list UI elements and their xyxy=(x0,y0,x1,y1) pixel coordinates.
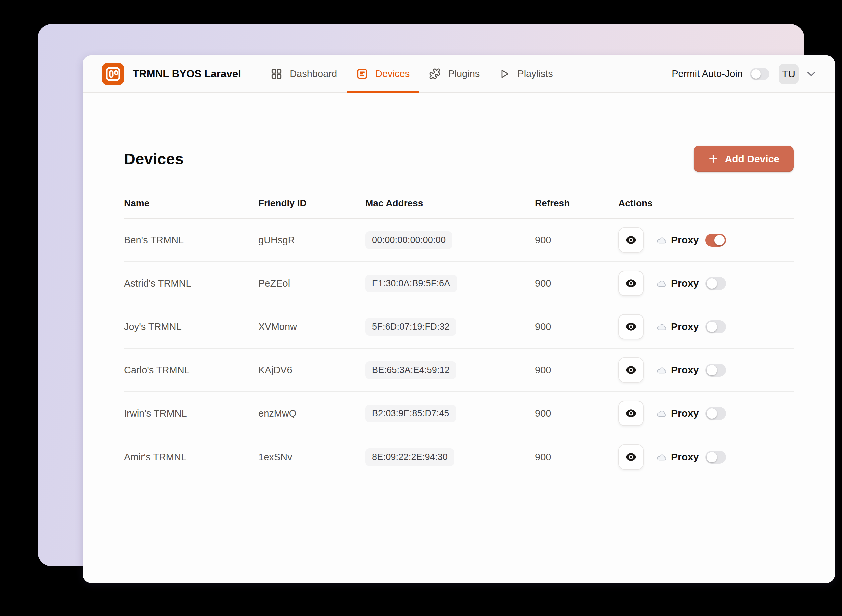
toggle-knob xyxy=(714,235,725,245)
device-friendly-id: XVMonw xyxy=(258,321,365,332)
table-row: Astrid's TRMNL PeZEol E1:30:0A:B9:5F:6A … xyxy=(124,262,794,305)
device-actions: Proxy xyxy=(618,227,794,253)
play-icon xyxy=(499,68,510,79)
mac-address-badge: BE:65:3A:E4:59:12 xyxy=(365,361,456,379)
app-bar: TRMNL BYOS Laravel Dashboard Devices xyxy=(83,55,835,93)
cloud-icon xyxy=(656,366,667,374)
trmnl-logo-icon xyxy=(102,63,124,85)
device-name: Amir's TRMNL xyxy=(124,452,258,463)
proxy-toggle[interactable] xyxy=(705,407,726,420)
toggle-knob xyxy=(751,69,761,79)
device-name: Ben's TRMNL xyxy=(124,235,258,246)
chevron-down-icon[interactable] xyxy=(807,71,816,77)
table-row: Ben's TRMNL gUHsgR 00:00:00:00:00:00 900… xyxy=(124,219,794,262)
proxy-toggle[interactable] xyxy=(705,234,726,247)
proxy-group: Proxy xyxy=(656,451,726,463)
proxy-label: Proxy xyxy=(671,451,699,463)
device-refresh: 900 xyxy=(535,408,618,419)
proxy-toggle[interactable] xyxy=(705,277,726,290)
mac-address-badge: 8E:09:22:2E:94:30 xyxy=(365,448,454,466)
proxy-label: Proxy xyxy=(671,321,699,332)
proxy-label: Proxy xyxy=(671,278,699,289)
view-device-button[interactable] xyxy=(618,314,644,339)
list-icon xyxy=(356,68,368,80)
eye-icon xyxy=(625,277,637,290)
view-device-button[interactable] xyxy=(618,227,644,253)
table-header-row: Name Friendly ID Mac Address Refresh Act… xyxy=(124,198,794,219)
tab-label: Plugins xyxy=(448,68,480,79)
cloud-icon xyxy=(656,279,667,287)
device-refresh: 900 xyxy=(535,365,618,375)
add-device-label: Add Device xyxy=(725,153,779,165)
table-row: Carlo's TRMNL KAjDV6 BE:65:3A:E4:59:12 9… xyxy=(124,349,794,392)
permit-auto-join-label: Permit Auto-Join xyxy=(672,68,743,79)
device-friendly-id: 1exSNv xyxy=(258,452,365,463)
app-bar-right: Permit Auto-Join TU xyxy=(672,64,816,84)
app-title: TRMNL BYOS Laravel xyxy=(133,68,241,80)
toggle-knob xyxy=(707,278,717,289)
proxy-group: Proxy xyxy=(656,277,726,290)
view-device-button[interactable] xyxy=(618,357,644,383)
device-name: Astrid's TRMNL xyxy=(124,278,258,289)
device-refresh: 900 xyxy=(535,235,618,246)
device-actions: Proxy xyxy=(618,444,794,470)
device-name: Carlo's TRMNL xyxy=(124,365,258,375)
eye-icon xyxy=(625,234,637,246)
device-friendly-id: KAjDV6 xyxy=(258,365,365,375)
eye-icon xyxy=(625,364,637,376)
proxy-group: Proxy xyxy=(656,407,726,420)
mac-address-badge: 5F:6D:07:19:FD:32 xyxy=(365,318,456,336)
column-header-mac-address: Mac Address xyxy=(365,198,535,209)
device-actions: Proxy xyxy=(618,357,794,383)
app-logo-link[interactable]: TRMNL BYOS Laravel xyxy=(102,63,241,85)
mac-address-badge: 00:00:00:00:00:00 xyxy=(365,231,452,249)
column-header-name: Name xyxy=(124,198,258,209)
view-device-button[interactable] xyxy=(618,271,644,296)
toggle-knob xyxy=(707,365,717,375)
device-actions: Proxy xyxy=(618,271,794,296)
column-header-refresh: Refresh xyxy=(535,198,618,209)
proxy-toggle[interactable] xyxy=(705,320,726,333)
eye-icon xyxy=(625,320,637,333)
device-friendly-id: enzMwQ xyxy=(258,408,365,419)
device-refresh: 900 xyxy=(535,278,618,289)
mac-address-badge: E1:30:0A:B9:5F:6A xyxy=(365,275,457,292)
device-actions: Proxy xyxy=(618,314,794,339)
device-friendly-id: PeZEol xyxy=(258,278,365,289)
table-row: Amir's TRMNL 1exSNv 8E:09:22:2E:94:30 90… xyxy=(124,435,794,479)
table-body: Ben's TRMNL gUHsgR 00:00:00:00:00:00 900… xyxy=(124,219,794,479)
tab-label: Devices xyxy=(376,68,410,79)
grid-icon xyxy=(271,68,282,80)
tab-playlists[interactable]: Playlists xyxy=(489,55,562,93)
proxy-toggle[interactable] xyxy=(705,364,726,377)
tab-plugins[interactable]: Plugins xyxy=(420,55,489,93)
proxy-group: Proxy xyxy=(656,234,726,247)
table-row: Joy's TRMNL XVMonw 5F:6D:07:19:FD:32 900… xyxy=(124,305,794,349)
device-refresh: 900 xyxy=(535,321,618,332)
device-friendly-id: gUHsgR xyxy=(258,235,365,246)
proxy-label: Proxy xyxy=(671,364,699,375)
user-avatar[interactable]: TU xyxy=(779,64,799,84)
tab-devices[interactable]: Devices xyxy=(347,55,420,93)
device-name: Irwin's TRMNL xyxy=(124,408,258,419)
cloud-icon xyxy=(656,409,667,417)
view-device-button[interactable] xyxy=(618,401,644,426)
view-device-button[interactable] xyxy=(618,444,644,470)
cloud-icon xyxy=(656,453,667,461)
mac-address-badge: B2:03:9E:85:D7:45 xyxy=(365,405,456,422)
proxy-group: Proxy xyxy=(656,320,726,333)
toggle-knob xyxy=(707,322,717,332)
permit-auto-join-toggle[interactable] xyxy=(750,68,769,80)
puzzle-icon xyxy=(429,68,441,80)
proxy-toggle[interactable] xyxy=(705,451,726,463)
plus-icon xyxy=(708,154,718,164)
proxy-group: Proxy xyxy=(656,364,726,377)
window-frame: TRMNL BYOS Laravel Dashboard Devices xyxy=(38,24,804,566)
tab-label: Dashboard xyxy=(290,68,337,79)
device-actions: Proxy xyxy=(618,401,794,426)
add-device-button[interactable]: Add Device xyxy=(694,146,794,172)
cloud-icon xyxy=(656,236,667,244)
tab-dashboard[interactable]: Dashboard xyxy=(261,55,347,93)
eye-icon xyxy=(625,407,637,419)
app-window: TRMNL BYOS Laravel Dashboard Devices xyxy=(83,55,835,583)
